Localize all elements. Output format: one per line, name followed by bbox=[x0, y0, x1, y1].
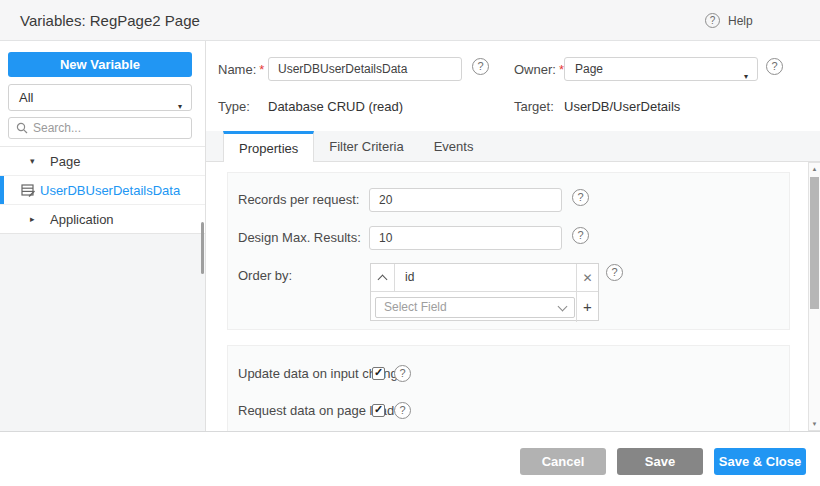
help-icon: ? bbox=[705, 13, 720, 28]
scroll-down-icon[interactable]: ▼ bbox=[809, 421, 820, 427]
variable-search-box bbox=[8, 117, 192, 139]
request-on-load-help-icon[interactable]: ? bbox=[394, 402, 411, 419]
select-field-dropdown[interactable]: Select Field bbox=[375, 297, 575, 318]
content-scrollbar-thumb[interactable] bbox=[810, 177, 819, 309]
properties-tab-content: Records per request: ? Design Max. Resul… bbox=[206, 162, 820, 431]
search-input[interactable] bbox=[33, 121, 183, 135]
tree-item-variable-selected[interactable]: UserDBUserDetailsData bbox=[0, 176, 205, 205]
database-variable-icon bbox=[21, 184, 35, 197]
variable-filter-select[interactable]: All ▾ bbox=[8, 84, 192, 111]
selected-indicator-bar bbox=[0, 176, 4, 204]
tree-group-page-label: Page bbox=[50, 154, 80, 169]
type-label: Type: bbox=[218, 99, 250, 114]
sort-direction-toggle[interactable] bbox=[371, 264, 395, 292]
variable-detail-panel: Name:* ? Owner:* Page ▾ ? Type: Database… bbox=[206, 41, 820, 431]
update-on-input-checkbox[interactable] bbox=[372, 367, 385, 380]
search-icon bbox=[16, 122, 28, 134]
records-per-request-help-icon[interactable]: ? bbox=[572, 189, 589, 206]
help-link[interactable]: ? Help bbox=[705, 13, 753, 28]
required-asterisk: * bbox=[259, 62, 264, 77]
records-per-request-input[interactable] bbox=[369, 188, 562, 212]
caret-down-icon: ▾ bbox=[744, 66, 748, 88]
chevron-up-icon bbox=[378, 275, 388, 285]
content-scrollbar[interactable]: ▲ ▼ bbox=[808, 162, 820, 431]
select-field-placeholder: Select Field bbox=[384, 300, 447, 314]
chevron-collapsed-icon: ▸ bbox=[30, 214, 35, 224]
order-by-entry-row: id ✕ bbox=[371, 264, 598, 292]
tree-group-application-label: Application bbox=[50, 212, 114, 227]
request-on-load-checkbox[interactable] bbox=[372, 404, 385, 417]
design-max-results-input[interactable] bbox=[369, 226, 562, 250]
plus-icon: + bbox=[583, 298, 592, 315]
request-on-load-label: Request data on page load bbox=[238, 403, 394, 418]
variables-dialog: Variables: RegPage2 Page ? Help New Vari… bbox=[0, 0, 820, 486]
target-value: UserDB/UserDetails bbox=[564, 99, 680, 114]
variables-tree: ▾ Page UserDBUserDetailsData ▸ Applicati… bbox=[0, 146, 205, 234]
help-label: Help bbox=[728, 14, 753, 28]
variables-sidebar: New Variable All ▾ ▾ Page bbox=[0, 41, 206, 431]
dialog-header: Variables: RegPage2 Page ? Help bbox=[0, 0, 820, 41]
scroll-up-icon[interactable]: ▲ bbox=[809, 166, 820, 172]
save-and-close-button[interactable]: Save & Close bbox=[714, 448, 806, 475]
page-title: Variables: RegPage2 Page bbox=[20, 0, 200, 41]
detail-tabs: Properties Filter Criteria Events bbox=[206, 131, 820, 162]
target-label: Target: bbox=[514, 99, 554, 114]
tab-events[interactable]: Events bbox=[419, 131, 489, 161]
name-help-icon[interactable]: ? bbox=[472, 58, 489, 75]
order-by-field-value: id bbox=[405, 270, 414, 284]
owner-select-value: Page bbox=[575, 62, 603, 76]
save-button[interactable]: Save bbox=[617, 448, 703, 475]
owner-select[interactable]: Page ▾ bbox=[564, 57, 758, 81]
behavior-settings-group: Update data on input change ? Request da… bbox=[227, 345, 790, 431]
dialog-footer: Cancel Save Save & Close bbox=[0, 431, 820, 486]
close-icon: ✕ bbox=[582, 271, 592, 285]
chevron-down-icon bbox=[558, 302, 568, 312]
order-by-help-icon[interactable]: ? bbox=[606, 264, 623, 281]
remove-order-field-button[interactable]: ✕ bbox=[576, 264, 598, 292]
sidebar-empty-area bbox=[0, 233, 205, 431]
order-by-editor: id ✕ Select Field + bbox=[370, 263, 599, 321]
owner-label: Owner:* bbox=[514, 62, 564, 77]
add-order-field-button[interactable]: + bbox=[576, 292, 598, 322]
owner-help-icon[interactable]: ? bbox=[766, 58, 783, 75]
caret-down-icon: ▾ bbox=[178, 94, 182, 119]
records-per-request-label: Records per request: bbox=[238, 192, 359, 207]
tree-group-application[interactable]: ▸ Application bbox=[0, 205, 205, 234]
name-input[interactable] bbox=[268, 57, 462, 81]
variable-filter-value: All bbox=[19, 90, 33, 105]
type-value: Database CRUD (read) bbox=[268, 99, 403, 114]
tree-group-page[interactable]: ▾ Page bbox=[0, 147, 205, 176]
request-settings-group: Records per request: ? Design Max. Resul… bbox=[227, 172, 790, 330]
update-on-input-help-icon[interactable]: ? bbox=[394, 365, 411, 382]
cancel-button[interactable]: Cancel bbox=[520, 448, 606, 475]
name-label: Name:* bbox=[218, 62, 264, 77]
tree-item-variable-label: UserDBUserDetailsData bbox=[40, 183, 180, 198]
chevron-expanded-icon: ▾ bbox=[30, 156, 35, 166]
sidebar-scrollbar-thumb[interactable] bbox=[201, 222, 204, 274]
design-max-results-label: Design Max. Results: bbox=[238, 230, 361, 245]
tab-properties[interactable]: Properties bbox=[223, 131, 314, 162]
design-max-results-help-icon[interactable]: ? bbox=[572, 227, 589, 244]
new-variable-button[interactable]: New Variable bbox=[8, 52, 192, 77]
tab-filter-criteria[interactable]: Filter Criteria bbox=[314, 131, 418, 161]
order-by-label: Order by: bbox=[238, 268, 292, 283]
